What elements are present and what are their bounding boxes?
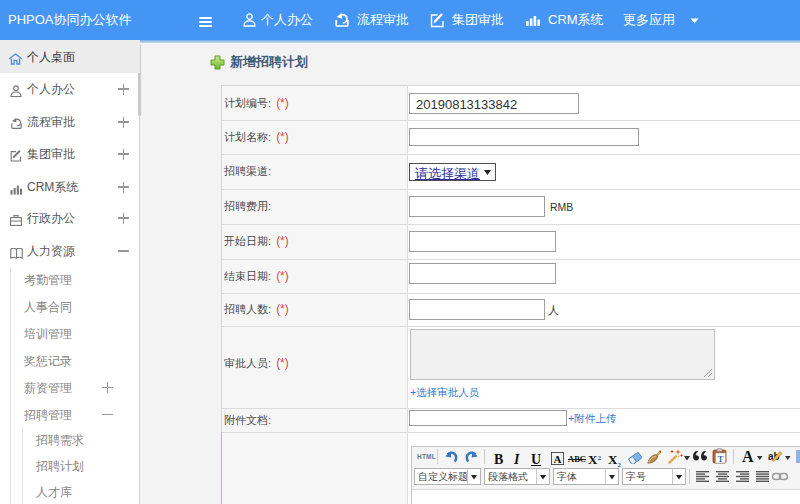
svg-text:T: T (717, 454, 723, 464)
